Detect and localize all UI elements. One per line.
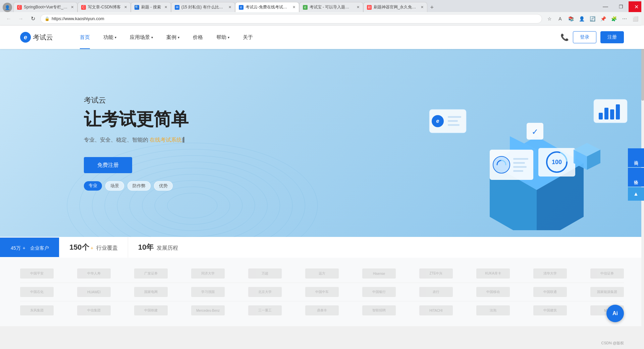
tab-4-label: (15 封私信) 有什么比较好的在线... (181, 4, 225, 10)
nav-home-label: 首页 (80, 34, 90, 41)
sidebar-consult-button[interactable]: 咨询 (628, 148, 644, 167)
svg-text:100: 100 (552, 159, 562, 165)
scenarios-dropdown-arrow: ▾ (151, 36, 153, 39)
stat-industry-label: 行业覆盖 (96, 245, 118, 251)
lock-icon: 🔒 (45, 16, 50, 21)
hero-cursor: | (182, 137, 184, 143)
stat-years: 10年 发展历程 (128, 237, 188, 258)
nav-cases[interactable]: 案例 ▾ (160, 26, 186, 49)
svg-rect-29 (513, 166, 527, 168)
tab-6-favicon: e (303, 5, 308, 10)
tab-3[interactable]: 🔍 刷题 - 搜索 ✕ (131, 2, 171, 12)
login-button[interactable]: 登录 (573, 31, 596, 43)
tab-1[interactable]: C SpringBoot+Vue专栏_泉境的专 ✕ (13, 2, 77, 12)
new-tab-button[interactable]: + (427, 3, 437, 12)
bookmark-star-button[interactable]: ☆ (545, 14, 554, 23)
logo-icon: e (20, 32, 31, 43)
hero-description: 专业、安全、稳定、智能的 在线考试系统| (84, 137, 189, 144)
tab-7-label: 刷题神器官网_永久免费的在线... (374, 4, 417, 10)
tab-4-close[interactable]: ✕ (228, 5, 231, 9)
logo-hisense: Hisense (362, 268, 396, 279)
tab-5-close[interactable]: ✕ (292, 5, 296, 9)
nav-features[interactable]: 功能 ▾ (97, 26, 123, 49)
stat-years-label: 发展历程 (157, 245, 178, 251)
sync-button[interactable]: 🔄 (588, 14, 597, 23)
logo-tsinghua: 清华大学 (533, 268, 567, 279)
tab-6-close[interactable]: ✕ (357, 5, 360, 9)
logo-zhonghua: 中华人寿 (77, 268, 111, 279)
ai-badge[interactable]: Ai (606, 305, 624, 322)
hero-tag-advantage[interactable]: 优势 (154, 181, 173, 191)
svg-rect-16 (599, 113, 603, 119)
minimize-button[interactable]: — (598, 1, 613, 12)
sidebar-scroll-up-button[interactable]: ▲ (628, 187, 644, 201)
logo-citic2: 中信集团 (77, 305, 111, 315)
nav-about[interactable]: 关于 (236, 26, 260, 49)
tab-2[interactable]: C 写文章-CSDN博客 ✕ (77, 2, 131, 12)
svg-text:e: e (436, 118, 439, 124)
site-logo[interactable]: e 考试云 (20, 32, 53, 43)
hero-content: 考试云 让考试更简单 专业、安全、稳定、智能的 在线考试系统| 免费注册 专业 … (84, 95, 189, 190)
profile-button[interactable]: 👤 (577, 14, 586, 23)
sidebar-experience-button[interactable]: 体验 (628, 168, 644, 187)
pin-tab-button[interactable]: 📌 (598, 14, 608, 23)
tab-2-close[interactable]: ✕ (124, 5, 127, 9)
hero-desc-plain: 专业、安全、稳定、智能的 (84, 137, 148, 143)
stat-industry-plus: + (91, 245, 93, 251)
extensions-button[interactable]: 🧩 (609, 14, 619, 23)
sidebar-toggle-button[interactable]: ⬜ (631, 14, 640, 23)
url-text: https://www.kaoshiyun.com (52, 16, 104, 21)
logo-sany: 三一重工 (248, 305, 282, 315)
hero-tag-anticheat[interactable]: 防作弊 (127, 181, 151, 191)
back-button[interactable]: ← (4, 14, 13, 23)
register-button[interactable]: 注册 (600, 31, 624, 43)
tab-3-label: 刷题 - 搜索 (141, 4, 161, 10)
maximize-button[interactable]: ❐ (613, 1, 629, 12)
free-register-button[interactable]: 免费注册 (84, 157, 132, 173)
stat-industry: 150个 + 行业覆盖 (59, 237, 128, 258)
stat-years-value: 10年 (138, 243, 154, 251)
logo-energy: 国家能源集团 (590, 287, 624, 297)
tab-7-favicon: 刷 (367, 5, 372, 10)
logo-citic: 中信证券 (590, 268, 624, 279)
logo-kuka: KUKA库卡 (476, 268, 510, 279)
browser-toolbar: ← → ↻ 🔒 https://www.kaoshiyun.com ☆ A 📚 … (0, 12, 644, 26)
reload-button[interactable]: ↻ (28, 14, 38, 23)
logo-dongfeng: 东风集团 (20, 305, 54, 315)
logo-pingan: 中国平安 (20, 268, 54, 279)
hero-section: 考试云 让考试更简单 专业、安全、稳定、智能的 在线考试系统| 免费注册 专业 … (0, 49, 644, 237)
hero-subtitle: 考试云 (84, 95, 189, 105)
tab-2-favicon: C (81, 5, 86, 10)
tab-4[interactable]: ✉ (15 封私信) 有什么比较好的在线... ✕ (171, 2, 235, 12)
nav-help[interactable]: 帮助 ▾ (210, 26, 236, 49)
logo-text: 考试云 (33, 33, 53, 42)
stat-industry-value: 150个 (69, 243, 89, 251)
phone-icon: 📞 (560, 33, 569, 41)
profile-icon[interactable]: 👤 (3, 3, 12, 12)
svg-rect-28 (513, 162, 525, 164)
hero-tag-professional[interactable]: 专业 (84, 181, 102, 191)
svg-point-8 (167, 193, 217, 218)
site-navigation: e 考试云 首页 功能 ▾ 应用场景 ▾ 案例 ▾ 价格 (0, 26, 644, 49)
tab-5-label: 考试云-免费在线考试系统云... (246, 4, 289, 10)
tab-6[interactable]: e 考试宝 - 可以导入题库的在线... ✕ (299, 2, 363, 12)
tab-1-close[interactable]: ✕ (71, 5, 74, 9)
tab-3-close[interactable]: ✕ (164, 5, 167, 9)
nav-actions: 📞 登录 注册 (560, 31, 624, 43)
collections-button[interactable]: 📚 (566, 14, 576, 23)
tab-7-close[interactable]: ✕ (421, 5, 424, 9)
address-bar[interactable]: 🔒 https://www.kaoshiyun.com (40, 14, 542, 23)
nav-home[interactable]: 首页 (73, 26, 97, 49)
tab-5-active[interactable]: e 考试云-免费在线考试系统云... ✕ (235, 2, 299, 12)
nav-scenarios[interactable]: 应用场景 ▾ (123, 26, 160, 49)
tab-7[interactable]: 刷 刷题神器官网_永久免费的在线... ✕ (363, 2, 427, 12)
more-menu-button[interactable]: ⋯ (620, 14, 629, 23)
logo-icon-text: e (24, 34, 27, 41)
chevron-up-icon: ▲ (633, 191, 639, 197)
forward-button[interactable]: → (16, 14, 25, 23)
hero-tag-scene[interactable]: 场景 (105, 181, 124, 191)
reader-mode-button[interactable]: A (555, 14, 565, 23)
nav-cases-label: 案例 (166, 34, 176, 41)
nav-pricing[interactable]: 价格 (186, 26, 210, 49)
website-content: e 考试云 首页 功能 ▾ 应用场景 ▾ 案例 ▾ 价格 (0, 26, 644, 326)
